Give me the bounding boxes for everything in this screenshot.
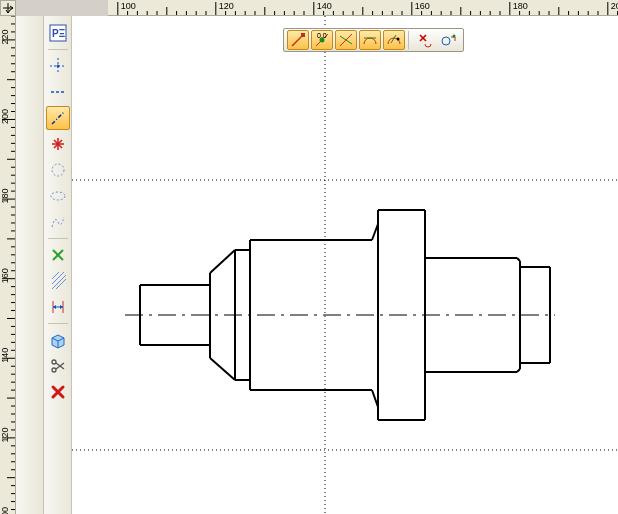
dimension-icon[interactable]	[46, 295, 70, 319]
snap-tangent-icon[interactable]	[359, 30, 381, 50]
ruler-v-label: 180	[0, 189, 10, 204]
hline-icon[interactable]	[46, 80, 70, 104]
svg-point-139	[51, 192, 65, 200]
svg-line-168	[517, 258, 520, 261]
svg-line-183	[210, 358, 235, 380]
canvas[interactable]	[72, 16, 618, 514]
scissors-icon[interactable]	[46, 354, 70, 378]
snap-intersect-icon[interactable]	[335, 30, 357, 50]
svg-text:0.0: 0.0	[317, 32, 327, 39]
ruler-h-label: 180	[513, 1, 528, 11]
ruler-v-label: 220	[0, 29, 10, 44]
ruler-v-label: 160	[0, 268, 10, 283]
snap-grid-icon[interactable]	[438, 30, 460, 50]
origin-corner	[0, 0, 16, 16]
svg-point-200	[397, 38, 400, 41]
ellipse-dashed-icon[interactable]	[46, 184, 70, 208]
ruler-v-label: 100	[0, 507, 10, 514]
horizontal-ruler[interactable]: 100120140160180200220	[108, 0, 618, 16]
snap-perp-icon[interactable]	[383, 30, 405, 50]
ruler-v-label: 120	[0, 427, 10, 442]
svg-point-204	[453, 35, 456, 38]
snap-end-icon[interactable]	[287, 30, 309, 50]
ruler-v-label: 140	[0, 348, 10, 363]
svg-line-174	[517, 369, 520, 372]
svg-text:PΞ: PΞ	[52, 28, 66, 39]
properties-icon[interactable]: PΞ	[46, 21, 70, 45]
svg-point-149	[52, 368, 56, 372]
ruler-h-label: 160	[415, 1, 430, 11]
svg-line-133	[52, 112, 64, 124]
snap-toolbar[interactable]: 0.0	[283, 28, 464, 52]
svg-point-131	[56, 65, 59, 68]
svg-point-203	[442, 37, 450, 45]
tool-column-1	[16, 16, 44, 514]
snap-near-x-icon[interactable]	[414, 30, 436, 50]
svg-point-150	[52, 360, 56, 364]
ruler-h-label: 140	[317, 1, 332, 11]
svg-point-138	[52, 164, 64, 176]
construction-point-icon[interactable]	[46, 54, 70, 78]
circle-icon[interactable]	[46, 158, 70, 182]
toolbar-separator	[48, 238, 68, 239]
tool-column-2: PΞ	[44, 16, 72, 514]
toolbar-separator	[48, 49, 68, 50]
svg-line-197	[340, 36, 352, 44]
axis-line-icon[interactable]	[46, 106, 70, 130]
ok-x-icon[interactable]	[46, 243, 70, 267]
spline-icon[interactable]	[46, 210, 70, 234]
toolbar-separator	[48, 323, 68, 324]
vertical-ruler[interactable]: 100120140160180200220	[0, 16, 16, 514]
ruler-h-label: 120	[219, 1, 234, 11]
hatch-icon[interactable]	[46, 269, 70, 293]
delete-x-icon[interactable]	[46, 380, 70, 404]
ruler-v-label: 200	[0, 109, 10, 124]
svg-rect-192	[301, 33, 305, 37]
box-3d-icon[interactable]	[46, 328, 70, 352]
ruler-h-label: 200	[611, 1, 618, 11]
point-x-icon[interactable]	[46, 132, 70, 156]
toolbar-separator	[408, 30, 411, 50]
snap-mid-icon[interactable]: 0.0	[311, 30, 333, 50]
svg-line-199	[391, 35, 396, 43]
ruler-h-label: 100	[121, 1, 136, 11]
svg-line-159	[210, 250, 235, 273]
